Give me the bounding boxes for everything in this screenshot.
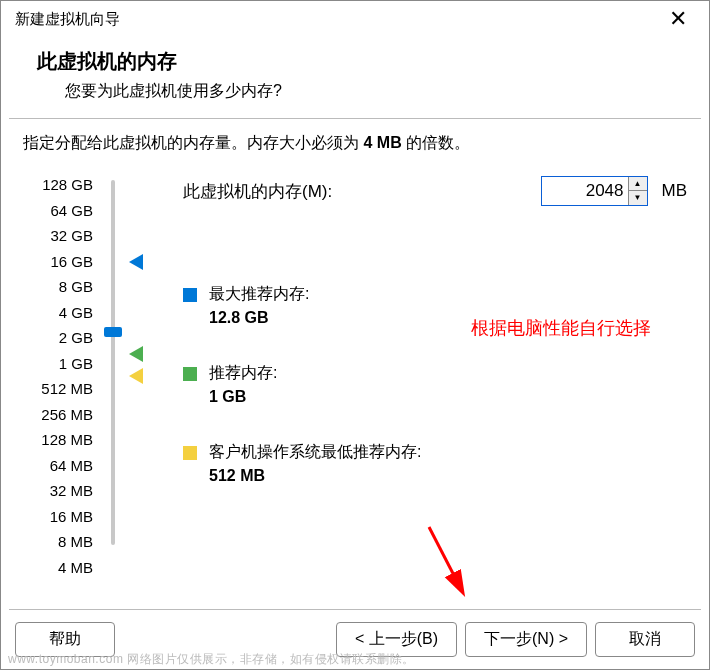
window-title: 新建虚拟机向导 bbox=[15, 10, 120, 29]
rec-marker-icon bbox=[129, 346, 143, 362]
memory-spinner[interactable]: ▲ ▼ bbox=[541, 176, 648, 206]
scale-label: 1 GB bbox=[59, 355, 93, 373]
scale-label: 512 MB bbox=[41, 380, 93, 398]
legend-text: 推荐内存: 1 GB bbox=[209, 363, 277, 406]
info-column: 此虚拟机的内存(M): ▲ ▼ MB 最大推荐内存: bbox=[163, 176, 687, 599]
scale-label: 128 GB bbox=[42, 176, 93, 194]
slider-track[interactable] bbox=[111, 180, 115, 545]
desc-suffix: 的倍数。 bbox=[402, 134, 470, 151]
scale-label: 64 MB bbox=[50, 457, 93, 475]
legend-value: 12.8 GB bbox=[209, 309, 309, 327]
scale-label: 4 MB bbox=[58, 559, 93, 577]
memory-label: 此虚拟机的内存(M): bbox=[183, 180, 332, 203]
spinner-up-icon[interactable]: ▲ bbox=[629, 177, 647, 191]
scale-label: 8 MB bbox=[58, 533, 93, 551]
legend-value: 512 MB bbox=[209, 467, 421, 485]
titlebar: 新建虚拟机向导 ✕ bbox=[1, 1, 709, 38]
square-icon bbox=[183, 367, 197, 381]
scale-label: 8 GB bbox=[59, 278, 93, 296]
legend-text: 最大推荐内存: 12.8 GB bbox=[209, 284, 309, 327]
scale-label: 128 MB bbox=[41, 431, 93, 449]
legend-min: 客户机操作系统最低推荐内存: 512 MB bbox=[183, 442, 687, 485]
desc-bold: 4 MB bbox=[363, 134, 401, 151]
legend-title: 客户机操作系统最低推荐内存: bbox=[209, 442, 421, 463]
scale-label: 256 MB bbox=[41, 406, 93, 424]
scale-label: 4 GB bbox=[59, 304, 93, 322]
body: 指定分配给此虚拟机的内存量。内存大小必须为 4 MB 的倍数。 128 GB 6… bbox=[1, 119, 709, 609]
watermark: www.toymoban.com 网络图片仅供展示，非存储，如有侵权请联系删除。 bbox=[8, 651, 415, 668]
legend-title: 推荐内存: bbox=[209, 363, 277, 384]
annotation-text: 根据电脑性能自行选择 bbox=[471, 316, 651, 340]
spinner-buttons: ▲ ▼ bbox=[628, 177, 647, 205]
page-subtitle: 您要为此虚拟机使用多少内存? bbox=[37, 81, 673, 102]
scale-labels: 128 GB 64 GB 32 GB 16 GB 8 GB 4 GB 2 GB … bbox=[23, 176, 93, 599]
slider-track-wrap bbox=[93, 176, 163, 599]
memory-scale: 128 GB 64 GB 32 GB 16 GB 8 GB 4 GB 2 GB … bbox=[23, 176, 163, 599]
legend-value: 1 GB bbox=[209, 388, 277, 406]
scale-label: 2 GB bbox=[59, 329, 93, 347]
scale-label: 16 GB bbox=[50, 253, 93, 271]
legend-title: 最大推荐内存: bbox=[209, 284, 309, 305]
memory-input[interactable] bbox=[542, 179, 628, 203]
scale-label: 16 MB bbox=[50, 508, 93, 526]
wizard-window: 新建虚拟机向导 ✕ 此虚拟机的内存 您要为此虚拟机使用多少内存? 指定分配给此虚… bbox=[0, 0, 710, 670]
svg-line-0 bbox=[429, 527, 461, 589]
description: 指定分配给此虚拟机的内存量。内存大小必须为 4 MB 的倍数。 bbox=[23, 133, 687, 154]
memory-input-row: 此虚拟机的内存(M): ▲ ▼ MB bbox=[183, 176, 687, 206]
spinner-down-icon[interactable]: ▼ bbox=[629, 191, 647, 205]
legend-text: 客户机操作系统最低推荐内存: 512 MB bbox=[209, 442, 421, 485]
close-icon[interactable]: ✕ bbox=[661, 6, 695, 32]
arrow-icon bbox=[421, 519, 471, 599]
min-marker-icon bbox=[129, 368, 143, 384]
main-area: 128 GB 64 GB 32 GB 16 GB 8 GB 4 GB 2 GB … bbox=[23, 176, 687, 599]
square-icon bbox=[183, 288, 197, 302]
page-title: 此虚拟机的内存 bbox=[37, 48, 673, 75]
square-icon bbox=[183, 446, 197, 460]
desc-prefix: 指定分配给此虚拟机的内存量。内存大小必须为 bbox=[23, 134, 363, 151]
next-button[interactable]: 下一步(N) > bbox=[465, 622, 587, 657]
legend-rec: 推荐内存: 1 GB bbox=[183, 363, 687, 406]
scale-label: 64 GB bbox=[50, 202, 93, 220]
memory-unit: MB bbox=[662, 181, 688, 201]
scale-label: 32 GB bbox=[50, 227, 93, 245]
max-marker-icon bbox=[129, 254, 143, 270]
cancel-button[interactable]: 取消 bbox=[595, 622, 695, 657]
header: 此虚拟机的内存 您要为此虚拟机使用多少内存? bbox=[1, 38, 709, 118]
slider-thumb[interactable] bbox=[104, 327, 122, 337]
scale-label: 32 MB bbox=[50, 482, 93, 500]
